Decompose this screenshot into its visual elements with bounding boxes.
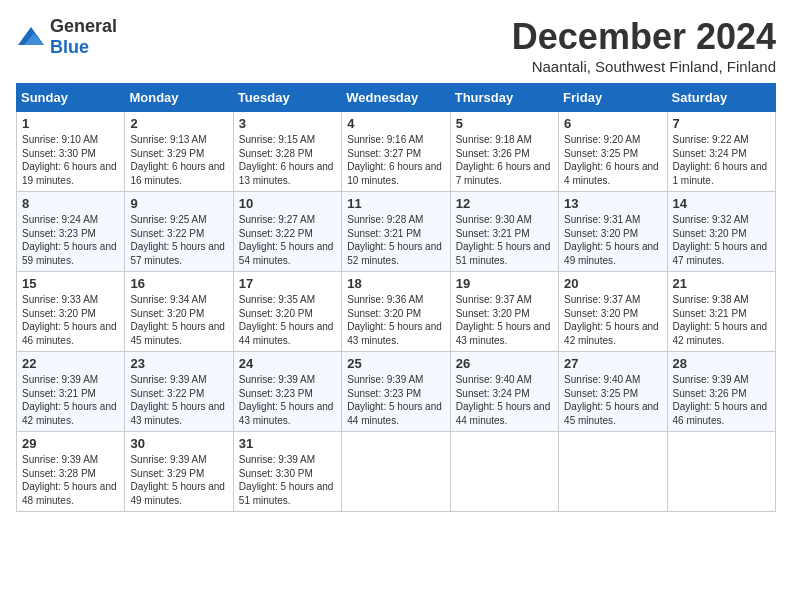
logo-text-general: General (50, 16, 117, 36)
calendar-cell: 7 Sunrise: 9:22 AM Sunset: 3:24 PM Dayli… (667, 112, 775, 192)
day-info: Sunrise: 9:35 AM Sunset: 3:20 PM Dayligh… (239, 293, 336, 347)
day-info: Sunrise: 9:15 AM Sunset: 3:28 PM Dayligh… (239, 133, 336, 187)
page-header: General Blue December 2024 Naantali, Sou… (16, 16, 776, 75)
month-title: December 2024 (512, 16, 776, 58)
day-number: 20 (564, 276, 661, 291)
day-info: Sunrise: 9:39 AM Sunset: 3:29 PM Dayligh… (130, 453, 227, 507)
calendar-cell: 15 Sunrise: 9:33 AM Sunset: 3:20 PM Dayl… (17, 272, 125, 352)
day-number: 15 (22, 276, 119, 291)
col-header-thursday: Thursday (450, 84, 558, 112)
calendar-cell: 1 Sunrise: 9:10 AM Sunset: 3:30 PM Dayli… (17, 112, 125, 192)
calendar-cell: 14 Sunrise: 9:32 AM Sunset: 3:20 PM Dayl… (667, 192, 775, 272)
calendar-cell: 28 Sunrise: 9:39 AM Sunset: 3:26 PM Dayl… (667, 352, 775, 432)
calendar-cell: 23 Sunrise: 9:39 AM Sunset: 3:22 PM Dayl… (125, 352, 233, 432)
location-subtitle: Naantali, Southwest Finland, Finland (512, 58, 776, 75)
day-number: 29 (22, 436, 119, 451)
calendar-cell: 31 Sunrise: 9:39 AM Sunset: 3:30 PM Dayl… (233, 432, 341, 512)
day-number: 7 (673, 116, 770, 131)
day-number: 9 (130, 196, 227, 211)
calendar-cell (450, 432, 558, 512)
day-number: 30 (130, 436, 227, 451)
day-info: Sunrise: 9:39 AM Sunset: 3:23 PM Dayligh… (347, 373, 444, 427)
day-number: 25 (347, 356, 444, 371)
calendar-cell: 19 Sunrise: 9:37 AM Sunset: 3:20 PM Dayl… (450, 272, 558, 352)
day-info: Sunrise: 9:27 AM Sunset: 3:22 PM Dayligh… (239, 213, 336, 267)
day-info: Sunrise: 9:39 AM Sunset: 3:22 PM Dayligh… (130, 373, 227, 427)
calendar-cell: 27 Sunrise: 9:40 AM Sunset: 3:25 PM Dayl… (559, 352, 667, 432)
logo-icon (16, 25, 46, 49)
day-info: Sunrise: 9:40 AM Sunset: 3:25 PM Dayligh… (564, 373, 661, 427)
day-number: 10 (239, 196, 336, 211)
day-number: 16 (130, 276, 227, 291)
day-info: Sunrise: 9:37 AM Sunset: 3:20 PM Dayligh… (564, 293, 661, 347)
calendar-cell: 2 Sunrise: 9:13 AM Sunset: 3:29 PM Dayli… (125, 112, 233, 192)
day-info: Sunrise: 9:28 AM Sunset: 3:21 PM Dayligh… (347, 213, 444, 267)
day-info: Sunrise: 9:39 AM Sunset: 3:30 PM Dayligh… (239, 453, 336, 507)
calendar-cell: 8 Sunrise: 9:24 AM Sunset: 3:23 PM Dayli… (17, 192, 125, 272)
day-number: 24 (239, 356, 336, 371)
day-number: 14 (673, 196, 770, 211)
calendar-cell (667, 432, 775, 512)
calendar-cell: 22 Sunrise: 9:39 AM Sunset: 3:21 PM Dayl… (17, 352, 125, 432)
day-info: Sunrise: 9:32 AM Sunset: 3:20 PM Dayligh… (673, 213, 770, 267)
day-number: 5 (456, 116, 553, 131)
day-number: 4 (347, 116, 444, 131)
calendar-cell: 4 Sunrise: 9:16 AM Sunset: 3:27 PM Dayli… (342, 112, 450, 192)
day-info: Sunrise: 9:25 AM Sunset: 3:22 PM Dayligh… (130, 213, 227, 267)
calendar-cell: 24 Sunrise: 9:39 AM Sunset: 3:23 PM Dayl… (233, 352, 341, 432)
day-number: 6 (564, 116, 661, 131)
day-number: 13 (564, 196, 661, 211)
calendar-cell: 9 Sunrise: 9:25 AM Sunset: 3:22 PM Dayli… (125, 192, 233, 272)
day-info: Sunrise: 9:20 AM Sunset: 3:25 PM Dayligh… (564, 133, 661, 187)
day-number: 11 (347, 196, 444, 211)
day-number: 8 (22, 196, 119, 211)
day-info: Sunrise: 9:36 AM Sunset: 3:20 PM Dayligh… (347, 293, 444, 347)
calendar-cell: 30 Sunrise: 9:39 AM Sunset: 3:29 PM Dayl… (125, 432, 233, 512)
day-number: 26 (456, 356, 553, 371)
calendar-cell: 17 Sunrise: 9:35 AM Sunset: 3:20 PM Dayl… (233, 272, 341, 352)
day-info: Sunrise: 9:22 AM Sunset: 3:24 PM Dayligh… (673, 133, 770, 187)
day-info: Sunrise: 9:39 AM Sunset: 3:28 PM Dayligh… (22, 453, 119, 507)
day-number: 31 (239, 436, 336, 451)
day-number: 17 (239, 276, 336, 291)
col-header-sunday: Sunday (17, 84, 125, 112)
day-info: Sunrise: 9:33 AM Sunset: 3:20 PM Dayligh… (22, 293, 119, 347)
day-info: Sunrise: 9:39 AM Sunset: 3:26 PM Dayligh… (673, 373, 770, 427)
calendar-cell: 5 Sunrise: 9:18 AM Sunset: 3:26 PM Dayli… (450, 112, 558, 192)
day-info: Sunrise: 9:18 AM Sunset: 3:26 PM Dayligh… (456, 133, 553, 187)
title-block: December 2024 Naantali, Southwest Finlan… (512, 16, 776, 75)
day-info: Sunrise: 9:37 AM Sunset: 3:20 PM Dayligh… (456, 293, 553, 347)
calendar-cell: 16 Sunrise: 9:34 AM Sunset: 3:20 PM Dayl… (125, 272, 233, 352)
col-header-monday: Monday (125, 84, 233, 112)
day-number: 27 (564, 356, 661, 371)
day-info: Sunrise: 9:16 AM Sunset: 3:27 PM Dayligh… (347, 133, 444, 187)
day-info: Sunrise: 9:31 AM Sunset: 3:20 PM Dayligh… (564, 213, 661, 267)
day-number: 1 (22, 116, 119, 131)
day-info: Sunrise: 9:30 AM Sunset: 3:21 PM Dayligh… (456, 213, 553, 267)
calendar-cell: 20 Sunrise: 9:37 AM Sunset: 3:20 PM Dayl… (559, 272, 667, 352)
day-info: Sunrise: 9:13 AM Sunset: 3:29 PM Dayligh… (130, 133, 227, 187)
day-info: Sunrise: 9:39 AM Sunset: 3:21 PM Dayligh… (22, 373, 119, 427)
calendar-cell: 25 Sunrise: 9:39 AM Sunset: 3:23 PM Dayl… (342, 352, 450, 432)
calendar-cell: 6 Sunrise: 9:20 AM Sunset: 3:25 PM Dayli… (559, 112, 667, 192)
day-number: 18 (347, 276, 444, 291)
day-number: 21 (673, 276, 770, 291)
col-header-saturday: Saturday (667, 84, 775, 112)
calendar-cell: 3 Sunrise: 9:15 AM Sunset: 3:28 PM Dayli… (233, 112, 341, 192)
day-number: 22 (22, 356, 119, 371)
calendar-cell: 26 Sunrise: 9:40 AM Sunset: 3:24 PM Dayl… (450, 352, 558, 432)
day-number: 12 (456, 196, 553, 211)
day-info: Sunrise: 9:39 AM Sunset: 3:23 PM Dayligh… (239, 373, 336, 427)
day-info: Sunrise: 9:38 AM Sunset: 3:21 PM Dayligh… (673, 293, 770, 347)
calendar-cell (342, 432, 450, 512)
day-number: 2 (130, 116, 227, 131)
day-info: Sunrise: 9:40 AM Sunset: 3:24 PM Dayligh… (456, 373, 553, 427)
day-number: 19 (456, 276, 553, 291)
calendar-cell: 18 Sunrise: 9:36 AM Sunset: 3:20 PM Dayl… (342, 272, 450, 352)
calendar-cell: 12 Sunrise: 9:30 AM Sunset: 3:21 PM Dayl… (450, 192, 558, 272)
day-info: Sunrise: 9:34 AM Sunset: 3:20 PM Dayligh… (130, 293, 227, 347)
calendar-table: SundayMondayTuesdayWednesdayThursdayFrid… (16, 83, 776, 512)
day-number: 3 (239, 116, 336, 131)
calendar-cell: 29 Sunrise: 9:39 AM Sunset: 3:28 PM Dayl… (17, 432, 125, 512)
calendar-cell: 21 Sunrise: 9:38 AM Sunset: 3:21 PM Dayl… (667, 272, 775, 352)
